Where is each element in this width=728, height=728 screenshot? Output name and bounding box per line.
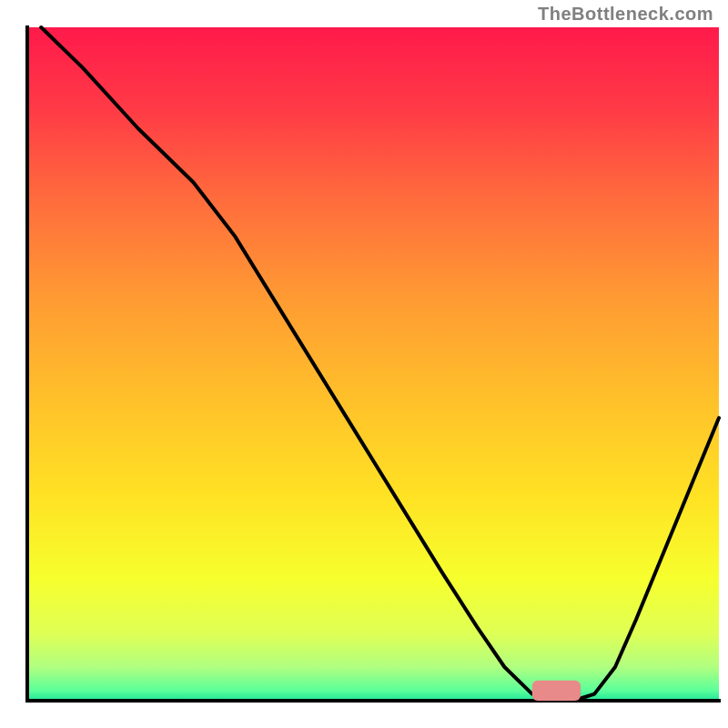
chart-container: TheBottleneck.com <box>0 0 728 728</box>
optimal-marker <box>532 681 581 701</box>
plot-background <box>27 27 719 701</box>
watermark-text: TheBottleneck.com <box>538 4 713 25</box>
bottleneck-chart <box>0 0 728 728</box>
